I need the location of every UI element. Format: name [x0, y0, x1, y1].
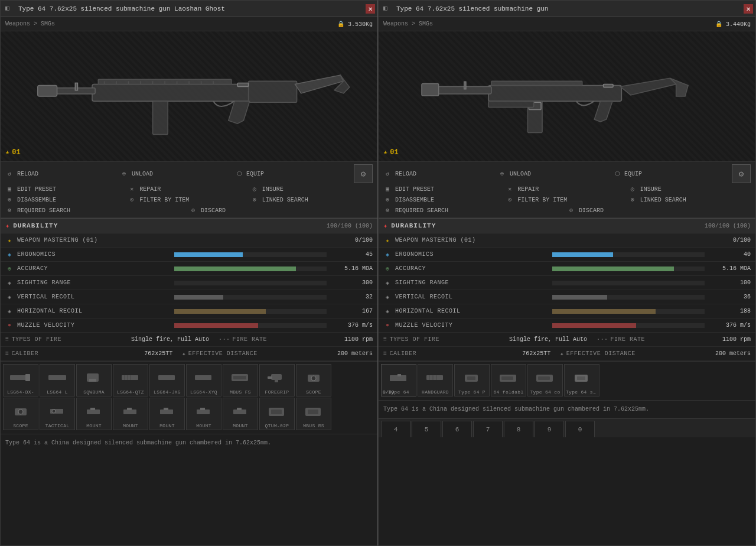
right-unload-icon: ⊖ [500, 170, 507, 177]
left-slot-5[interactable]: LSG64-XYQ [186, 364, 221, 396]
left-disassemble-button[interactable]: ⊕ DISASSEMBLE [5, 195, 128, 204]
right-tab-5[interactable]: 5 [412, 421, 441, 437]
left-slot-6[interactable]: MBUS FS [223, 364, 258, 396]
right-slot-5-icon [570, 370, 594, 385]
right-unload-button[interactable]: ⊖ UNLOAD [498, 169, 612, 178]
left-slot-11[interactable]: MOUNT [76, 398, 112, 430]
right-insure-button[interactable]: ◎ INSURE [628, 184, 751, 194]
left-slot-16[interactable]: QTUM-02P [259, 398, 295, 430]
left-slot-7[interactable]: FOREGRIP [259, 364, 295, 396]
right-mastering-value: 0/100 [709, 237, 751, 243]
right-tab-4[interactable]: 4 [381, 421, 410, 437]
svg-rect-13 [38, 86, 57, 96]
left-close-button[interactable]: ✕ [366, 4, 375, 14]
right-discard-button[interactable]: ⊘ DISCARD [567, 206, 751, 215]
left-slot-7-icon [265, 370, 289, 385]
left-unload-button[interactable]: ⊖ UNLOAD [120, 169, 234, 178]
left-linked-search-button[interactable]: ⊗ LINKED SEARCH [250, 195, 373, 204]
left-discard-button[interactable]: ⊘ DISCARD [189, 206, 373, 215]
right-repair-button[interactable]: ✕ REPAIR [506, 184, 628, 194]
left-equip-button[interactable]: ⬡ EQUIP [234, 169, 349, 178]
right-slot-3[interactable]: 64 foldabl [491, 364, 526, 396]
left-discard-icon: ⊘ [191, 207, 198, 214]
right-action-row-1: ↺ RELOAD ⊖ UNLOAD ⬡ EQUIP ⚙ [383, 164, 751, 183]
right-disassemble-button[interactable]: ⊕ DISASSEMBLE [383, 195, 506, 204]
right-tab-7[interactable]: 7 [473, 421, 503, 437]
left-slot-8[interactable]: SCOPE [296, 364, 331, 396]
left-slot-0-label: LSG64-DX- [5, 389, 37, 395]
left-slot-14[interactable]: MOUNT [186, 398, 221, 430]
right-distance-value: 200 meters [715, 350, 751, 357]
right-sighting-value: 100 [709, 280, 751, 286]
right-star-icon: ★ [383, 148, 387, 157]
right-weight: 🔒 3.440Kg [715, 21, 751, 28]
right-tab-9[interactable]: 9 [535, 421, 564, 437]
right-panel: ◧ Type 64 7.62x25 silenced submachine gu… [378, 0, 756, 546]
left-slot-5-label: LSG64-XYQ [188, 389, 220, 395]
right-slot-1[interactable]: HANDGUARD [418, 364, 453, 396]
left-slot-2[interactable]: SQWBUMA [76, 364, 112, 396]
left-insure-button[interactable]: ◎ INSURE [250, 184, 373, 194]
left-durability-value: 100/100 (100) [327, 223, 373, 229]
right-horizontal-recoil-row: ◈ HORIZONTAL RECOIL 188 [379, 304, 755, 318]
left-ergonomics-value: 45 [331, 251, 373, 258]
right-reload-button[interactable]: ↺ RELOAD [383, 169, 498, 178]
right-level: 01 [390, 148, 398, 157]
left-action-row-4: ⊛ REQUIRED SEARCH ⊘ DISCARD [5, 206, 373, 215]
left-filter-button[interactable]: ⊙ FILTER BY ITEM [128, 195, 250, 204]
right-slot-5[interactable]: Type 64 sil [564, 364, 599, 396]
right-action-bar: ↺ RELOAD ⊖ UNLOAD ⬡ EQUIP ⚙ ▣ EDIT PRESE… [379, 161, 755, 218]
left-slot-9-label: SCOPE [5, 423, 37, 428]
left-slot-4[interactable]: LSG64-JXG [149, 364, 185, 396]
svg-rect-28 [195, 375, 211, 380]
right-muzzle-icon: ● [383, 321, 392, 330]
svg-rect-64 [397, 374, 401, 376]
right-linked-search-button[interactable]: ⊗ LINKED SEARCH [628, 195, 751, 204]
right-title: Type 64 7.62x25 silenced submachine gun [396, 5, 751, 12]
right-edit-preset-button[interactable]: ▣ EDIT PRESET [383, 184, 506, 194]
right-vertical-recoil-bar [552, 295, 705, 300]
right-muzzle-bar [552, 323, 705, 328]
left-slot-0[interactable]: LSG64-DX- [3, 364, 38, 396]
svg-rect-65 [426, 375, 443, 380]
right-settings-button[interactable]: ⚙ [732, 164, 751, 183]
left-slot-13[interactable]: MOUNT [149, 398, 185, 430]
left-linked-icon: ⊗ [253, 196, 260, 203]
right-slot-2[interactable]: Type 64 P [454, 364, 490, 396]
right-tab-0[interactable]: 0 [565, 421, 595, 437]
left-slot-10[interactable]: TACTICAL [40, 398, 75, 430]
right-required-search-button[interactable]: ⊛ REQUIRED SEARCH [383, 206, 567, 215]
right-gun-display: ★ 01 [379, 31, 755, 161]
right-close-button[interactable]: ✕ [744, 4, 753, 14]
left-slot-9[interactable]: SCOPE [3, 398, 38, 430]
svg-rect-58 [464, 82, 466, 89]
left-action-row-1: ↺ RELOAD ⊖ UNLOAD ⬡ EQUIP ⚙ [5, 164, 373, 183]
left-gun-image [19, 38, 359, 155]
left-repair-button[interactable]: ✕ REPAIR [128, 184, 250, 194]
right-slot-0[interactable]: 0/30 Type 64 [381, 364, 416, 396]
left-reload-button[interactable]: ↺ RELOAD [5, 169, 120, 178]
left-slot-17[interactable]: MBUS RS [296, 398, 331, 430]
left-settings-button[interactable]: ⚙ [354, 164, 373, 183]
right-lock-icon: 🔒 [715, 21, 722, 28]
left-slot-1[interactable]: LSG64 L [40, 364, 75, 396]
right-tab-6[interactable]: 6 [442, 421, 472, 437]
right-equip-button[interactable]: ⬡ EQUIP [612, 169, 727, 178]
left-panel: ◧ Type 64 7.62x25 silenced submachine gu… [0, 0, 378, 546]
right-tab-8[interactable]: 8 [504, 421, 533, 437]
left-required-search-button[interactable]: ⊛ REQUIRED SEARCH [5, 206, 189, 215]
left-slot-12[interactable]: MOUNT [113, 398, 148, 430]
right-filter-button[interactable]: ⊙ FILTER BY ITEM [506, 195, 628, 204]
left-slot-3[interactable]: LSG64-QTZ [113, 364, 148, 396]
left-slot-15-icon [229, 404, 252, 419]
right-slot-2-label: Type 64 P [456, 389, 488, 395]
left-sighting-bar [174, 281, 327, 285]
left-slot-15[interactable]: MOUNT [223, 398, 258, 430]
svg-rect-20 [48, 375, 66, 380]
right-slot-4[interactable]: Type 64 co [527, 364, 563, 396]
left-edit-icon: ▣ [8, 186, 15, 193]
left-horizontal-recoil-label: HORIZONTAL RECOIL [17, 308, 170, 314]
left-edit-preset-button[interactable]: ▣ EDIT PRESET [5, 184, 128, 194]
right-mastering-label: WEAPON MASTERING (01) [395, 237, 709, 243]
right-attachments-section: 0/30 Type 64 HANDGUARD [379, 361, 755, 400]
